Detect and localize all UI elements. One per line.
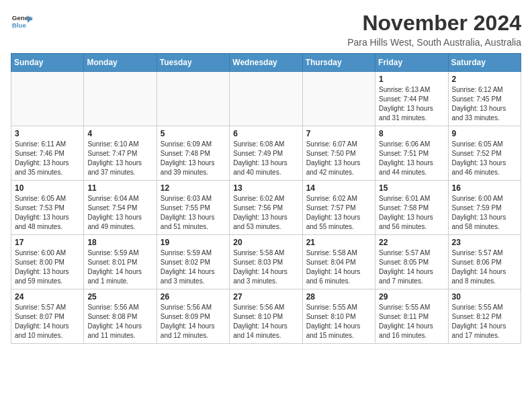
calendar-cell: 21Sunrise: 5:58 AMSunset: 8:04 PMDayligh… <box>302 235 375 289</box>
calendar-table: SundayMondayTuesdayWednesdayThursdayFrid… <box>11 53 521 344</box>
day-info: Sunrise: 6:05 AMSunset: 7:53 PMDaylight:… <box>15 194 80 232</box>
calendar-cell: 6Sunrise: 6:08 AMSunset: 7:49 PMDaylight… <box>230 126 302 181</box>
calendar-header-friday: Friday <box>375 54 448 72</box>
day-info: Sunrise: 5:59 AMSunset: 8:01 PMDaylight:… <box>87 248 152 286</box>
day-number: 12 <box>161 183 226 193</box>
day-info: Sunrise: 5:55 AMSunset: 8:10 PMDaylight:… <box>306 303 371 340</box>
calendar-cell <box>230 72 302 126</box>
calendar-cell: 4Sunrise: 6:10 AMSunset: 7:47 PMDaylight… <box>84 126 157 181</box>
day-number: 4 <box>87 129 152 138</box>
day-number: 25 <box>87 292 152 302</box>
day-number: 16 <box>452 183 517 193</box>
day-number: 2 <box>452 75 517 84</box>
calendar-header-monday: Monday <box>84 54 157 72</box>
day-number: 22 <box>379 238 444 247</box>
calendar-cell: 1Sunrise: 6:13 AMSunset: 7:44 PMDaylight… <box>375 72 448 126</box>
day-info: Sunrise: 5:56 AMSunset: 8:10 PMDaylight:… <box>233 303 298 340</box>
calendar-cell <box>11 72 84 126</box>
calendar-cell: 2Sunrise: 6:12 AMSunset: 7:45 PMDaylight… <box>448 72 521 126</box>
day-info: Sunrise: 5:57 AMSunset: 8:06 PMDaylight:… <box>452 248 517 286</box>
day-number: 11 <box>87 183 152 193</box>
calendar-cell: 18Sunrise: 5:59 AMSunset: 8:01 PMDayligh… <box>84 235 157 289</box>
calendar-cell: 3Sunrise: 6:11 AMSunset: 7:46 PMDaylight… <box>11 126 84 181</box>
day-number: 28 <box>306 292 371 302</box>
day-info: Sunrise: 5:55 AMSunset: 8:11 PMDaylight:… <box>379 303 444 340</box>
calendar-cell: 19Sunrise: 5:59 AMSunset: 8:02 PMDayligh… <box>157 235 229 289</box>
calendar-cell: 17Sunrise: 6:00 AMSunset: 8:00 PMDayligh… <box>11 235 84 289</box>
calendar-cell: 14Sunrise: 6:02 AMSunset: 7:57 PMDayligh… <box>302 181 375 235</box>
day-number: 7 <box>306 129 371 138</box>
day-number: 18 <box>87 238 152 247</box>
calendar-week-row: 1Sunrise: 6:13 AMSunset: 7:44 PMDaylight… <box>11 72 521 126</box>
calendar-cell: 12Sunrise: 6:03 AMSunset: 7:55 PMDayligh… <box>157 181 229 235</box>
day-number: 27 <box>233 292 298 302</box>
calendar-header-row: SundayMondayTuesdayWednesdayThursdayFrid… <box>11 54 521 72</box>
page-header: General Blue November 2024 Para Hills We… <box>11 11 521 48</box>
day-number: 6 <box>233 129 298 138</box>
calendar-cell: 10Sunrise: 6:05 AMSunset: 7:53 PMDayligh… <box>11 181 84 235</box>
calendar-header-wednesday: Wednesday <box>230 54 302 72</box>
calendar-cell: 15Sunrise: 6:01 AMSunset: 7:58 PMDayligh… <box>375 181 448 235</box>
day-info: Sunrise: 5:59 AMSunset: 8:02 PMDaylight:… <box>161 248 226 286</box>
day-number: 23 <box>452 238 517 247</box>
day-info: Sunrise: 6:09 AMSunset: 7:48 PMDaylight:… <box>161 140 226 177</box>
calendar-week-row: 24Sunrise: 5:57 AMSunset: 8:07 PMDayligh… <box>11 289 521 344</box>
calendar-cell <box>157 72 229 126</box>
day-number: 26 <box>161 292 226 302</box>
day-number: 10 <box>15 183 80 193</box>
day-info: Sunrise: 5:58 AMSunset: 8:03 PMDaylight:… <box>233 248 298 286</box>
day-number: 17 <box>15 238 80 247</box>
calendar-header-tuesday: Tuesday <box>157 54 229 72</box>
day-number: 29 <box>379 292 444 302</box>
logo-icon: General Blue <box>11 11 32 32</box>
day-number: 30 <box>452 292 517 302</box>
calendar-cell: 5Sunrise: 6:09 AMSunset: 7:48 PMDaylight… <box>157 126 229 181</box>
svg-text:Blue: Blue <box>12 21 27 29</box>
day-info: Sunrise: 6:02 AMSunset: 7:57 PMDaylight:… <box>306 194 371 232</box>
day-number: 5 <box>161 129 226 138</box>
day-number: 8 <box>379 129 444 138</box>
logo: General Blue <box>11 11 32 32</box>
month-title: November 2024 <box>347 11 521 36</box>
calendar-cell: 22Sunrise: 5:57 AMSunset: 8:05 PMDayligh… <box>375 235 448 289</box>
calendar-cell: 26Sunrise: 5:56 AMSunset: 8:09 PMDayligh… <box>157 289 229 344</box>
calendar-cell: 30Sunrise: 5:55 AMSunset: 8:12 PMDayligh… <box>448 289 521 344</box>
day-number: 20 <box>233 238 298 247</box>
calendar-cell: 13Sunrise: 6:02 AMSunset: 7:56 PMDayligh… <box>230 181 302 235</box>
calendar-cell <box>302 72 375 126</box>
day-info: Sunrise: 6:11 AMSunset: 7:46 PMDaylight:… <box>15 140 80 177</box>
day-info: Sunrise: 6:06 AMSunset: 7:51 PMDaylight:… <box>379 140 444 177</box>
day-info: Sunrise: 6:01 AMSunset: 7:58 PMDaylight:… <box>379 194 444 232</box>
day-info: Sunrise: 5:56 AMSunset: 8:08 PMDaylight:… <box>87 303 152 340</box>
calendar-cell: 9Sunrise: 6:05 AMSunset: 7:52 PMDaylight… <box>448 126 521 181</box>
day-info: Sunrise: 6:07 AMSunset: 7:50 PMDaylight:… <box>306 140 371 177</box>
calendar-cell: 29Sunrise: 5:55 AMSunset: 8:11 PMDayligh… <box>375 289 448 344</box>
calendar-header-thursday: Thursday <box>302 54 375 72</box>
day-info: Sunrise: 5:57 AMSunset: 8:05 PMDaylight:… <box>379 248 444 286</box>
day-number: 9 <box>452 129 517 138</box>
day-info: Sunrise: 6:08 AMSunset: 7:49 PMDaylight:… <box>233 140 298 177</box>
day-number: 21 <box>306 238 371 247</box>
calendar-cell: 24Sunrise: 5:57 AMSunset: 8:07 PMDayligh… <box>11 289 84 344</box>
day-info: Sunrise: 6:04 AMSunset: 7:54 PMDaylight:… <box>87 194 152 232</box>
day-info: Sunrise: 5:58 AMSunset: 8:04 PMDaylight:… <box>306 248 371 286</box>
calendar-header-saturday: Saturday <box>448 54 521 72</box>
calendar-cell: 25Sunrise: 5:56 AMSunset: 8:08 PMDayligh… <box>84 289 157 344</box>
day-info: Sunrise: 5:56 AMSunset: 8:09 PMDaylight:… <box>161 303 226 340</box>
calendar-cell: 20Sunrise: 5:58 AMSunset: 8:03 PMDayligh… <box>230 235 302 289</box>
calendar-header-sunday: Sunday <box>11 54 84 72</box>
calendar-week-row: 17Sunrise: 6:00 AMSunset: 8:00 PMDayligh… <box>11 235 521 289</box>
calendar-cell: 27Sunrise: 5:56 AMSunset: 8:10 PMDayligh… <box>230 289 302 344</box>
calendar-cell: 11Sunrise: 6:04 AMSunset: 7:54 PMDayligh… <box>84 181 157 235</box>
calendar-cell: 23Sunrise: 5:57 AMSunset: 8:06 PMDayligh… <box>448 235 521 289</box>
day-number: 14 <box>306 183 371 193</box>
calendar-cell: 8Sunrise: 6:06 AMSunset: 7:51 PMDaylight… <box>375 126 448 181</box>
day-info: Sunrise: 6:12 AMSunset: 7:45 PMDaylight:… <box>452 85 517 123</box>
day-info: Sunrise: 6:03 AMSunset: 7:55 PMDaylight:… <box>161 194 226 232</box>
calendar-cell <box>84 72 157 126</box>
day-info: Sunrise: 6:00 AMSunset: 7:59 PMDaylight:… <box>452 194 517 232</box>
calendar-week-row: 10Sunrise: 6:05 AMSunset: 7:53 PMDayligh… <box>11 181 521 235</box>
day-number: 15 <box>379 183 444 193</box>
calendar-cell: 16Sunrise: 6:00 AMSunset: 7:59 PMDayligh… <box>448 181 521 235</box>
day-info: Sunrise: 6:00 AMSunset: 8:00 PMDaylight:… <box>15 248 80 286</box>
